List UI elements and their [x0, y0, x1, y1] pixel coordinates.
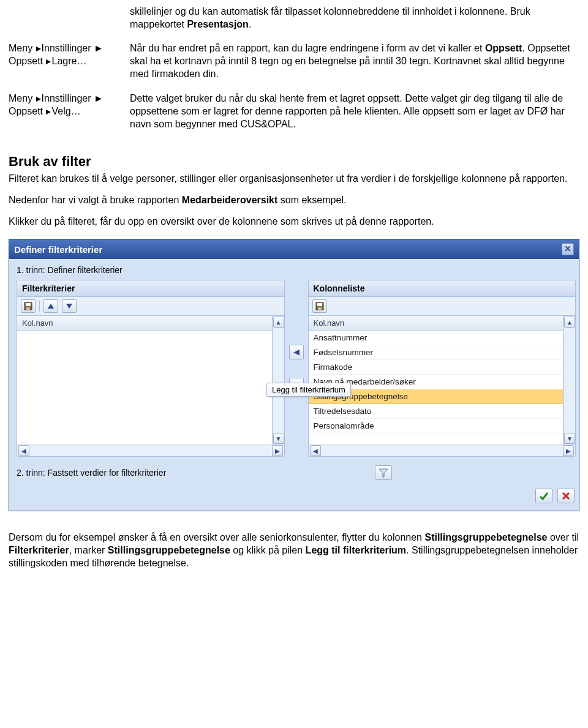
- right-vscrollbar[interactable]: ▲ ▼: [564, 316, 575, 445]
- description-velg: Dette valget bruker du når du skal hente…: [130, 92, 579, 130]
- menu-path-lagre: Meny Innstillinger ► Oppsett Lagre…: [9, 42, 130, 80]
- svg-rect-10: [317, 303, 322, 306]
- svg-marker-7: [48, 304, 54, 309]
- triangle-play-icon: [45, 106, 51, 116]
- filter-criteria-panel: Filterkriterier Kol.navn: [17, 280, 285, 457]
- bold: Legg til filterkriterium: [306, 545, 406, 555]
- text: Nedenfor har vi valgt å bruke rapporten: [9, 195, 182, 205]
- menu-row-lagre: Meny Innstillinger ► Oppsett Lagre… Når …: [9, 42, 579, 80]
- tooltip-add-criterion: Legg til filterkriterium: [266, 383, 351, 397]
- left-vscrollbar[interactable]: ▲ ▼: [273, 316, 284, 445]
- bold: Oppsett: [485, 43, 522, 53]
- filter-paragraph-3: Klikker du på filteret, får du opp en ov…: [9, 215, 579, 228]
- save-icon[interactable]: [21, 299, 36, 313]
- panel-title-right: Kolonneliste: [309, 280, 576, 297]
- svg-marker-12: [379, 469, 388, 477]
- section-title: Bruk av filter: [9, 154, 579, 170]
- menu-text: Oppsett: [9, 56, 45, 66]
- separator: [39, 301, 40, 312]
- svg-marker-8: [66, 304, 72, 309]
- column-header[interactable]: Kol.navn: [17, 316, 272, 331]
- step2-label: 2. trinn: Fastsett verdier for filterkri…: [17, 468, 166, 478]
- bold: Stillingsgruppebetegnelse: [424, 532, 547, 542]
- scroll-up-icon[interactable]: ▲: [273, 317, 284, 328]
- intro-text-after: .: [249, 19, 251, 29]
- list-item[interactable]: Firmakode: [309, 360, 564, 375]
- text: som eksempel.: [277, 195, 346, 205]
- bold: Stillingsgruppebetegnelse: [108, 545, 230, 555]
- filter-paragraph-1: Filteret kan brukes til å velge personer…: [9, 172, 579, 185]
- list-item[interactable]: Personalområde: [309, 419, 564, 433]
- step1-label: 1. trinn: Definer filterkriterier: [17, 265, 576, 275]
- list-item[interactable]: Tiltredelsesdato: [309, 404, 564, 419]
- dialog-titlebar[interactable]: Definer filterkriterier ✕: [9, 239, 579, 259]
- confirm-button[interactable]: [535, 489, 552, 503]
- svg-rect-11: [318, 307, 322, 310]
- triangle-play-icon: [36, 93, 42, 103]
- menu-text: Lagre…: [51, 56, 86, 66]
- description-lagre: Når du har endret på en rapport, kan du …: [130, 42, 579, 80]
- menu-text: Innstillinger ►: [42, 93, 104, 103]
- svg-marker-1: [46, 59, 51, 64]
- right-toolbar: [309, 297, 576, 316]
- menu-text: Innstillinger ►: [42, 43, 104, 53]
- move-buttons: ◀ ▶: [287, 280, 306, 457]
- scroll-up-icon[interactable]: ▲: [564, 317, 575, 328]
- dialog-body: 1. trinn: Definer filterkriterier Filter…: [9, 259, 579, 511]
- cancel-button[interactable]: [557, 489, 575, 503]
- bold: Medarbeideroversikt: [182, 195, 278, 205]
- scroll-right-icon[interactable]: ▶: [272, 445, 283, 456]
- svg-marker-2: [36, 97, 41, 102]
- menu-text: Meny: [9, 43, 36, 53]
- dialog-title: Definer filterkriterier: [14, 244, 102, 255]
- panel-title-left: Filterkriterier: [17, 280, 284, 297]
- svg-rect-6: [26, 307, 30, 310]
- filter-funnel-icon[interactable]: [375, 465, 392, 480]
- right-hscrollbar[interactable]: ◀ ▶: [309, 445, 576, 456]
- scroll-left-icon[interactable]: ◀: [18, 445, 29, 456]
- left-list[interactable]: Kol.navn: [17, 316, 273, 445]
- menu-text: Velg…: [51, 106, 80, 116]
- close-icon[interactable]: ✕: [562, 243, 574, 255]
- intro-paragraph: skillelinjer og du kan automatisk får ti…: [130, 5, 579, 31]
- scroll-left-icon[interactable]: ◀: [310, 445, 321, 456]
- scroll-down-icon[interactable]: ▼: [273, 433, 284, 444]
- list-item[interactable]: Ansattnummer: [309, 331, 564, 345]
- filter-dialog: Definer filterkriterier ✕ 1. trinn: Defi…: [9, 239, 579, 511]
- column-header[interactable]: Kol.navn: [309, 316, 564, 331]
- step2-row: 2. trinn: Fastsett verdier for filterkri…: [17, 465, 576, 480]
- text: Når du har endret på en rapport, kan du …: [130, 43, 485, 53]
- text: over til: [547, 532, 579, 542]
- right-items: AnsattnummerFødselsnummerFirmakodeNavn p…: [309, 331, 564, 433]
- triangle-play-icon: [45, 56, 51, 66]
- triangle-play-icon: [36, 43, 42, 53]
- list-item[interactable]: Fødselsnummer: [309, 345, 564, 360]
- scroll-down-icon[interactable]: ▼: [564, 433, 575, 444]
- add-criterion-button[interactable]: ◀: [289, 345, 304, 359]
- filter-paragraph-2: Nedenfor har vi valgt å bruke rapporten …: [9, 193, 579, 206]
- move-down-icon[interactable]: [62, 299, 77, 313]
- left-toolbar: [17, 297, 284, 316]
- text: , marker: [69, 545, 108, 555]
- scroll-right-icon[interactable]: ▶: [563, 445, 574, 456]
- intro-bold: Presentasjon: [187, 19, 248, 29]
- column-list-panel: Kolonneliste Kol.navn AnsattnummerFødsel…: [308, 280, 576, 457]
- save-icon[interactable]: [312, 299, 327, 313]
- menu-text: Meny: [9, 93, 36, 103]
- menu-text: Oppsett: [9, 106, 45, 116]
- svg-marker-3: [46, 110, 51, 114]
- left-hscrollbar[interactable]: ◀ ▶: [17, 445, 284, 456]
- bold: Filterkriterier: [9, 545, 69, 555]
- text: og klikk på pilen: [230, 545, 306, 555]
- svg-rect-5: [26, 303, 31, 306]
- svg-marker-0: [36, 47, 41, 51]
- panels-container: Filterkriterier Kol.navn: [17, 280, 576, 457]
- dialog-actions: [17, 489, 576, 503]
- menu-path-velg: Meny Innstillinger ► Oppsett Velg…: [9, 92, 130, 130]
- right-list-area: Kol.navn AnsattnummerFødselsnummerFirmak…: [309, 316, 576, 445]
- move-up-icon[interactable]: [43, 299, 58, 313]
- text: Dersom du for eksempel ønsker å få en ov…: [9, 532, 424, 542]
- right-list[interactable]: Kol.navn AnsattnummerFødselsnummerFirmak…: [309, 316, 564, 445]
- left-list-area: Kol.navn ▲ ▼: [17, 316, 284, 445]
- footer-paragraph: Dersom du for eksempel ønsker å få en ov…: [9, 531, 579, 569]
